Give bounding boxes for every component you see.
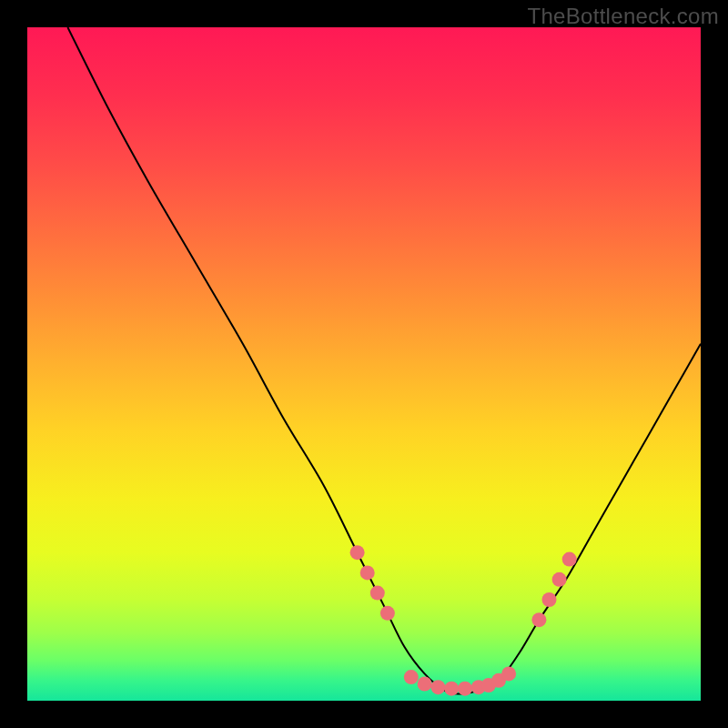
marker-dot bbox=[360, 565, 375, 580]
marker-dot bbox=[370, 586, 385, 601]
marker-dot bbox=[552, 572, 567, 587]
watermark-label: TheBottleneck.com bbox=[527, 4, 719, 29]
marker-dot bbox=[562, 552, 577, 567]
marker-dot bbox=[458, 682, 472, 696]
marker-dot bbox=[380, 606, 395, 621]
bottleneck-chart bbox=[27, 27, 701, 701]
chart-frame: TheBottleneck.com bbox=[0, 0, 728, 728]
marker-dot bbox=[531, 612, 546, 627]
marker-dot bbox=[418, 677, 432, 692]
marker-dot bbox=[444, 682, 459, 696]
marker-dot bbox=[350, 545, 365, 560]
marker-dot bbox=[404, 670, 419, 684]
marker-dot bbox=[501, 666, 516, 681]
marker-dot bbox=[430, 680, 445, 694]
marker-dot bbox=[542, 592, 557, 607]
gradient-bg bbox=[27, 27, 701, 701]
